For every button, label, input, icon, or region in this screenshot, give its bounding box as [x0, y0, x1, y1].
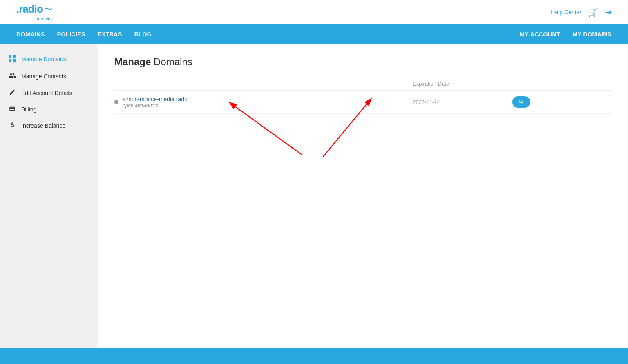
domain-status-dot	[114, 100, 118, 104]
sidebar-edit-account-label: Edit Account Details	[21, 90, 72, 96]
content-area: Manage Domains Expiration Date	[98, 44, 628, 348]
sidebar-item-billing[interactable]: Billing	[0, 101, 98, 118]
domain-info: simon-morice-media.radio open-individual…	[123, 95, 189, 109]
contacts-icon	[8, 72, 16, 81]
help-center-link[interactable]: Help Center	[551, 9, 581, 16]
svg-rect-2	[9, 59, 11, 62]
sidebar-billing-label: Billing	[21, 106, 36, 113]
nav-right: MY ACCOUNT MY DOMAINS	[520, 25, 612, 43]
table-row: simon-morice-media.radio open-individual…	[114, 91, 612, 114]
sidebar-manage-contacts-label: Manage Contacts	[21, 73, 66, 80]
logo-text: .radio	[16, 3, 43, 16]
expiry-date: 2022-11-14	[413, 99, 440, 105]
domain-cell: simon-morice-media.radio open-individual…	[114, 91, 413, 114]
sidebar-item-manage-contacts[interactable]: Manage Contacts	[0, 68, 98, 85]
logo-domains: domains	[16, 16, 53, 21]
page-title: Manage Domains	[114, 56, 612, 68]
svg-rect-3	[13, 59, 16, 62]
domain-tag: open-individuals	[123, 103, 189, 109]
sidebar: Manage Domains Manage Contacts Edit Acco…	[0, 44, 98, 348]
sidebar-item-manage-domains[interactable]: Manage Domains	[0, 51, 98, 68]
logo[interactable]: .radio 〜 domains	[16, 3, 53, 21]
nav-left: DOMAINS POLICIES EXTRAS BLOG	[16, 25, 152, 43]
sidebar-item-edit-account[interactable]: Edit Account Details	[0, 85, 98, 101]
main-content: Manage Domains Manage Contacts Edit Acco…	[0, 44, 628, 348]
domain-table: Expiration Date simon-morice-media.radio	[114, 78, 612, 114]
expiration-cell: 2022-11-14	[413, 91, 512, 114]
sidebar-manage-domains-label: Manage Domains	[21, 56, 66, 62]
nav-bar: DOMAINS POLICIES EXTRAS BLOG MY ACCOUNT …	[0, 24, 628, 44]
col-domain	[114, 78, 413, 91]
svg-rect-0	[9, 55, 11, 58]
login-icon[interactable]: ⇥	[605, 7, 612, 17]
balance-icon	[8, 122, 16, 130]
top-right-actions: Help Center 🛒 ⇥	[551, 7, 612, 17]
pencil-icon	[8, 89, 16, 97]
col-expiration: Expiration Date	[413, 78, 512, 91]
domain-link[interactable]: simon-morice-media.radio	[123, 96, 189, 102]
action-cell	[512, 91, 612, 114]
nav-my-domains[interactable]: MY DOMAINS	[572, 25, 612, 43]
bottom-bar	[0, 348, 628, 364]
col-action	[512, 78, 612, 91]
svg-rect-1	[13, 55, 16, 58]
sidebar-increase-balance-label: Increase Balance	[21, 122, 65, 129]
nav-domains[interactable]: DOMAINS	[16, 25, 45, 43]
nav-blog[interactable]: BLOG	[134, 25, 152, 43]
nav-my-account[interactable]: MY ACCOUNT	[520, 25, 560, 43]
nav-extras[interactable]: EXTRAS	[98, 25, 122, 43]
top-header: .radio 〜 domains Help Center 🛒 ⇥	[0, 0, 628, 24]
grid-icon	[8, 55, 16, 64]
domain-section: Expiration Date simon-morice-media.radio	[114, 78, 612, 114]
cart-icon[interactable]: 🛒	[588, 7, 598, 17]
billing-icon	[8, 105, 16, 113]
logo-wave-icon: 〜	[44, 3, 53, 16]
sidebar-item-increase-balance[interactable]: Increase Balance	[0, 118, 98, 134]
nav-policies[interactable]: POLICIES	[57, 25, 85, 43]
manage-domain-button[interactable]	[512, 96, 530, 108]
